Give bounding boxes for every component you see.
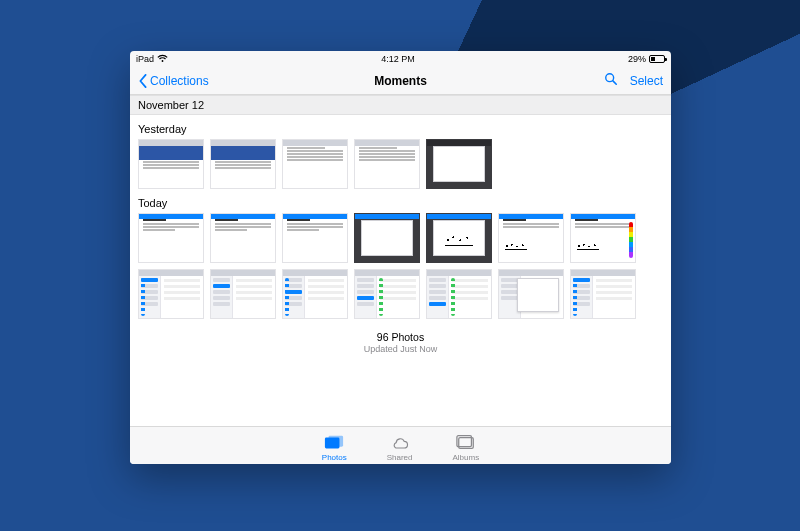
thumb-row bbox=[138, 139, 663, 189]
thumb-row bbox=[138, 269, 663, 319]
photo-thumbnail[interactable] bbox=[354, 213, 420, 263]
select-button[interactable]: Select bbox=[630, 74, 663, 88]
photo-thumbnail[interactable] bbox=[498, 213, 564, 263]
nav-bar: Collections Moments Select bbox=[130, 67, 671, 95]
photo-thumbnail[interactable] bbox=[282, 139, 348, 189]
back-button[interactable]: Collections bbox=[138, 74, 209, 88]
battery-pct: 29% bbox=[628, 54, 646, 64]
search-button[interactable] bbox=[604, 72, 618, 89]
photo-thumbnail[interactable] bbox=[210, 213, 276, 263]
photo-thumbnail[interactable] bbox=[282, 213, 348, 263]
photo-thumbnail[interactable] bbox=[498, 269, 564, 319]
tab-shared[interactable]: Shared bbox=[387, 434, 413, 462]
tab-bar: Photos Shared Albums bbox=[130, 426, 671, 464]
svg-line-1 bbox=[613, 81, 616, 84]
device-label: iPad bbox=[136, 54, 154, 64]
albums-icon bbox=[456, 434, 476, 452]
ipad-screen: iPad 4:12 PM 29% Collections Moments bbox=[130, 51, 671, 464]
tab-albums[interactable]: Albums bbox=[453, 434, 480, 462]
tab-photos[interactable]: Photos bbox=[322, 434, 347, 462]
photo-thumbnail[interactable] bbox=[426, 269, 492, 319]
tab-label: Albums bbox=[453, 453, 480, 462]
tab-label: Photos bbox=[322, 453, 347, 462]
photo-thumbnail[interactable] bbox=[354, 269, 420, 319]
thumb-row bbox=[138, 213, 663, 263]
summary-count: 96 Photos bbox=[138, 331, 663, 343]
photos-scroll-area[interactable]: Yesterday Today bbox=[130, 115, 671, 426]
battery-icon bbox=[649, 55, 665, 63]
photo-thumbnail[interactable] bbox=[570, 269, 636, 319]
photo-thumbnail[interactable] bbox=[138, 213, 204, 263]
search-icon bbox=[604, 72, 618, 86]
group-label-today: Today bbox=[138, 197, 663, 209]
photo-thumbnail[interactable] bbox=[570, 213, 636, 263]
photo-thumbnail[interactable] bbox=[354, 139, 420, 189]
photo-thumbnail[interactable] bbox=[138, 139, 204, 189]
photo-thumbnail[interactable] bbox=[138, 269, 204, 319]
photo-thumbnail[interactable] bbox=[282, 269, 348, 319]
photo-thumbnail[interactable] bbox=[210, 139, 276, 189]
photos-icon bbox=[324, 434, 344, 452]
photo-thumbnail[interactable] bbox=[426, 139, 492, 189]
page-title: Moments bbox=[374, 74, 427, 88]
clock: 4:12 PM bbox=[381, 54, 415, 64]
wifi-icon bbox=[157, 54, 168, 65]
tab-label: Shared bbox=[387, 453, 413, 462]
summary-updated: Updated Just Now bbox=[138, 344, 663, 354]
photo-thumbnail[interactable] bbox=[210, 269, 276, 319]
group-label-yesterday: Yesterday bbox=[138, 123, 663, 135]
svg-rect-3 bbox=[329, 436, 344, 447]
chevron-left-icon bbox=[138, 74, 148, 88]
photo-thumbnail[interactable] bbox=[426, 213, 492, 263]
section-date-header: November 12 bbox=[130, 95, 671, 115]
cloud-icon bbox=[390, 434, 410, 452]
status-bar: iPad 4:12 PM 29% bbox=[130, 51, 671, 67]
back-label: Collections bbox=[150, 74, 209, 88]
